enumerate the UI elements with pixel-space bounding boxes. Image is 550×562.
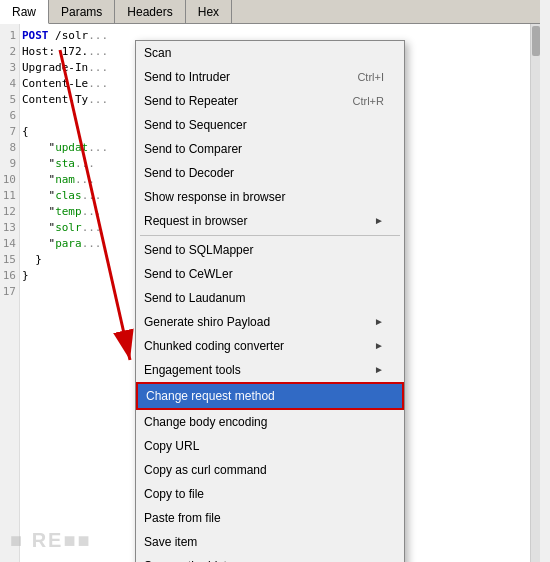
- menu-item-engagement-tools[interactable]: Engagement tools ►: [136, 358, 404, 382]
- menu-item-scan[interactable]: Scan: [136, 41, 404, 65]
- menu-item-show-response[interactable]: Show response in browser: [136, 185, 404, 209]
- line-numbers: 12345 678910 1112131415 1617: [0, 24, 20, 562]
- tab-hex[interactable]: Hex: [186, 0, 232, 23]
- menu-item-generate-shiro[interactable]: Generate shiro Payload ►: [136, 310, 404, 334]
- menu-item-save-item[interactable]: Save item: [136, 530, 404, 554]
- menu-item-copy-curl[interactable]: Copy as curl command: [136, 458, 404, 482]
- tab-raw[interactable]: Raw: [0, 0, 49, 24]
- menu-item-send-decoder[interactable]: Send to Decoder: [136, 161, 404, 185]
- watermark: ■ RE■■: [10, 529, 92, 552]
- menu-item-request-browser[interactable]: Request in browser ►: [136, 209, 404, 233]
- menu-item-save-history[interactable]: Save entire history: [136, 554, 404, 562]
- menu-item-send-repeater[interactable]: Send to Repeater Ctrl+R: [136, 89, 404, 113]
- menu-item-paste-file[interactable]: Paste from file: [136, 506, 404, 530]
- menu-item-change-request-method[interactable]: Change request method: [136, 382, 404, 410]
- menu-item-copy-file[interactable]: Copy to file: [136, 482, 404, 506]
- menu-item-send-cewler[interactable]: Send to CeWLer: [136, 262, 404, 286]
- scrollbar-thumb[interactable]: [532, 26, 540, 56]
- menu-item-send-laudanum[interactable]: Send to Laudanum: [136, 286, 404, 310]
- tab-params[interactable]: Params: [49, 0, 115, 23]
- menu-item-send-sequencer[interactable]: Send to Sequencer: [136, 113, 404, 137]
- menu-item-copy-url[interactable]: Copy URL: [136, 434, 404, 458]
- menu-separator-1: [140, 235, 400, 236]
- menu-item-send-sqlmapper[interactable]: Send to SQLMapper: [136, 238, 404, 262]
- scrollbar[interactable]: [530, 24, 540, 562]
- tab-headers[interactable]: Headers: [115, 0, 185, 23]
- menu-item-send-intruder[interactable]: Send to Intruder Ctrl+I: [136, 65, 404, 89]
- menu-item-chunked-coding[interactable]: Chunked coding converter ►: [136, 334, 404, 358]
- menu-item-change-body-encoding[interactable]: Change body encoding: [136, 410, 404, 434]
- tab-bar: Raw Params Headers Hex: [0, 0, 540, 24]
- menu-item-send-comparer[interactable]: Send to Comparer: [136, 137, 404, 161]
- context-menu: Scan Send to Intruder Ctrl+I Send to Rep…: [135, 40, 405, 562]
